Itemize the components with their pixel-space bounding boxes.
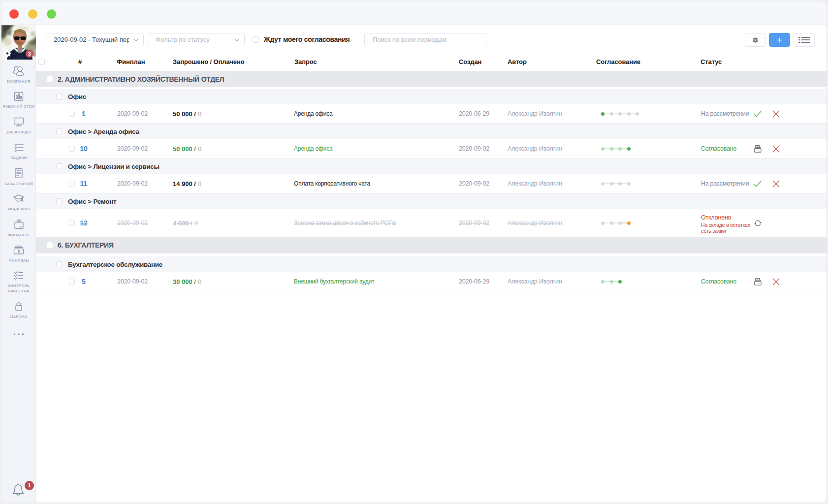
svg-text:3: 3 — [28, 51, 31, 57]
